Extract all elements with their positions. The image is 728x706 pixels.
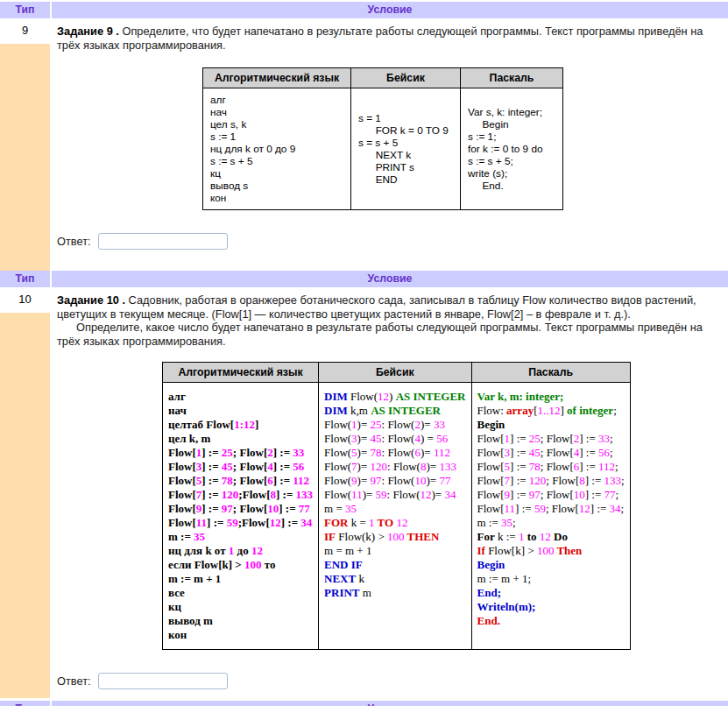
- task-10-description-p2: Определите, какое число будет напечатано…: [57, 321, 719, 348]
- code-token: 12: [396, 516, 407, 529]
- code-token: 35: [194, 530, 205, 543]
- code-token: до: [234, 544, 251, 557]
- task-10-type-column: 10: [0, 288, 50, 698]
- code-token: m =: [324, 502, 345, 515]
- code-token: все: [168, 586, 185, 599]
- code-cell-algorithmic: алгначцелтаб Flow[1:12]цел k, mFlow[1] :…: [163, 383, 319, 650]
- code-token: 10: [414, 474, 426, 487]
- code-token: ;: [616, 488, 619, 501]
- code-token: 100: [387, 530, 405, 543]
- code-token: END IF: [324, 558, 363, 571]
- code-token: целтаб Flow[: [168, 418, 234, 431]
- code-token: 33: [293, 446, 304, 459]
- header-pascal: Паскаль: [461, 68, 563, 88]
- code-token: 59: [376, 488, 387, 501]
- code-token: Flow(: [324, 488, 351, 501]
- code-token: 56: [293, 460, 304, 473]
- code-token: array: [506, 404, 534, 417]
- code-token: 97: [371, 474, 382, 487]
- code-line: Var s, k: integer;: [468, 106, 555, 118]
- code-token: 120: [529, 474, 547, 487]
- code-token: )=: [421, 446, 434, 459]
- code-token: 133: [604, 474, 622, 487]
- code-token: PRINT: [324, 586, 359, 599]
- code-token: ]: [255, 418, 258, 431]
- code-line: Begin: [468, 118, 555, 131]
- code-line: Flow: array[1..12] of integer;: [477, 404, 625, 418]
- header-basic: Бейсик: [319, 363, 471, 383]
- task-9-content: Задание 9 . Определите, что будет напеча…: [52, 19, 728, 271]
- type-column-header: Тип: [0, 271, 50, 287]
- code-line: PRINT m: [324, 586, 465, 600]
- code-token: Var k, m: integer;: [477, 390, 564, 403]
- condition-column-header: Условие: [52, 271, 728, 287]
- code-block-algorithmic: алгначцел s, ks := 1нц для k от 0 до 9s …: [210, 94, 343, 204]
- code-line: алг: [210, 94, 343, 106]
- code-line: s = 1: [358, 112, 453, 124]
- code-token: 97: [529, 488, 541, 501]
- code-token: 133: [296, 488, 314, 501]
- code-token: )=: [431, 488, 444, 501]
- code-token: of integer: [567, 404, 613, 417]
- code-token: ;: [621, 474, 625, 487]
- code-token: то: [261, 558, 275, 571]
- code-token: 78: [222, 474, 233, 487]
- code-line: Flow[9] := 97; Flow[10] := 77;: [477, 488, 625, 502]
- code-line: Flow(5)= 78: Flow(6)= 112: [324, 446, 465, 460]
- task-9-description-text: Определите, что будет напечатано в резул…: [57, 25, 703, 52]
- answer-input[interactable]: [98, 233, 228, 250]
- code-token: )=: [357, 418, 371, 431]
- code-token: 112: [293, 474, 309, 487]
- code-token: Flow[: [477, 474, 505, 487]
- code-line: нач: [168, 404, 313, 418]
- code-token: 120: [222, 488, 239, 501]
- code-line: Flow[3] := 45; Flow[4] := 56;: [477, 446, 625, 460]
- code-line: FOR k = 0 TO 9: [358, 124, 453, 137]
- answer-label: Ответ:: [57, 235, 91, 248]
- code-token: 10: [267, 502, 279, 515]
- code-token: Flow(: [324, 432, 351, 445]
- code-token: 10: [574, 488, 585, 501]
- type-column-header: Тип: [0, 701, 50, 706]
- task-9-code-table: Алгоритмический язык Бейсик Паскаль алгн…: [202, 67, 563, 210]
- code-token: 77: [299, 502, 310, 515]
- code-line: Flow[11] := 59; Flow[12] := 34;: [477, 502, 625, 516]
- code-token: 12: [378, 390, 389, 403]
- code-token: 25: [529, 432, 541, 445]
- code-token: нц для k от: [168, 544, 229, 557]
- code-token: For: [477, 530, 495, 543]
- code-token: Flow(k) >: [336, 530, 387, 543]
- answer-input[interactable]: [98, 673, 228, 689]
- task-9-answer-row: Ответ:: [57, 233, 719, 258]
- code-line: Flow[11] := 59;Flow[12] := 34: [168, 516, 313, 530]
- code-token: кц: [168, 600, 181, 613]
- code-line: вывод m: [168, 614, 313, 628]
- code-token: цел k, m: [168, 432, 210, 445]
- code-token: If: [477, 544, 485, 557]
- code-token: Flow[: [477, 488, 505, 501]
- code-line: Flow[3] := 45; Flow[4] := 56: [168, 460, 313, 474]
- code-token: ; Flow[: [233, 502, 267, 515]
- code-line: цел s, k: [210, 118, 343, 131]
- code-token: ; Flow[: [541, 432, 574, 445]
- code-token: ;: [512, 516, 516, 529]
- code-token: )=: [357, 446, 371, 459]
- code-token: 112: [434, 446, 450, 459]
- code-line: END: [358, 173, 453, 186]
- code-token: k: [356, 572, 364, 585]
- code-token: : Flow(: [387, 488, 421, 501]
- code-token: ] :=: [585, 474, 604, 487]
- condition-column-header: Условие: [52, 2, 728, 18]
- code-token: )=: [426, 460, 439, 473]
- code-token: AS INTEGER: [396, 390, 466, 403]
- code-token: ] :=: [279, 502, 299, 515]
- code-line: m := m + 1;: [477, 572, 625, 586]
- code-token: 112: [598, 460, 615, 473]
- code-token: Flow[: [168, 502, 196, 515]
- code-token: 100: [244, 558, 262, 571]
- code-token: IF: [324, 530, 336, 543]
- code-line: кц: [210, 167, 343, 180]
- code-token: ] :=: [579, 460, 598, 473]
- code-token: Flow(: [324, 474, 351, 487]
- code-token: ; Flow[: [233, 474, 267, 487]
